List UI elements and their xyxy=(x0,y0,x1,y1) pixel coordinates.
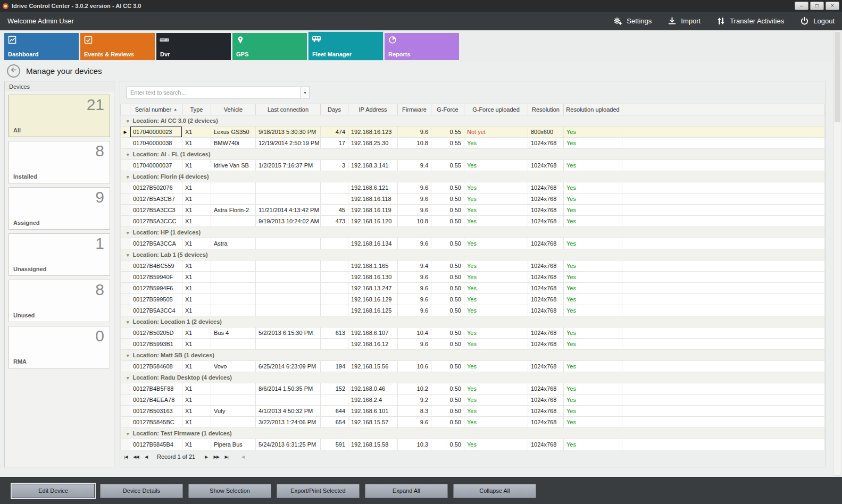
cell-last_connection xyxy=(256,272,321,283)
device-row[interactable]: 00127B5A3CCCX19/19/2013 10:24:02 AM47319… xyxy=(121,216,825,227)
device-row[interactable]: 00127B5993B1X1192.168.16.129.60.50Yes102… xyxy=(121,339,825,350)
cell-type: X1 xyxy=(182,327,211,339)
device-row[interactable]: 00127B503163X1Vufy4/1/2013 4:50:32 PM644… xyxy=(121,406,825,417)
tab-reports[interactable]: Reports xyxy=(385,33,459,60)
tab-dvr[interactable]: Dvr xyxy=(156,33,231,60)
device-row[interactable]: 00127B4BC559X1192.168.1.1659.40.50Yes102… xyxy=(121,261,825,272)
pager-next-page-button[interactable]: ▶▶ xyxy=(212,453,221,461)
device-row[interactable]: ▶017040000023X1Lexus GS3509/18/2013 5:30… xyxy=(121,127,825,138)
back-button[interactable] xyxy=(7,64,20,78)
export-print-selected-button[interactable]: Export/Print Selected xyxy=(277,484,360,498)
device-row[interactable]: 017040000038X1BMW740i12/19/2014 2:50:19 … xyxy=(121,138,825,149)
pager-first-button[interactable]: |◀ xyxy=(121,453,130,461)
cell-gforce_uploaded: Yes xyxy=(464,160,528,171)
device-row[interactable]: 00127B5A3CC4X1192.168.16.1259.60.50Yes10… xyxy=(121,305,825,316)
tab-gps[interactable]: GPS xyxy=(232,33,307,60)
device-row[interactable]: 00127B5845B4X1Pipera Bus5/24/2013 6:31:2… xyxy=(121,439,825,450)
device-row[interactable]: 00127B599505X1192.168.16.1299.60.50Yes10… xyxy=(121,294,825,305)
settings-button[interactable]: Settings xyxy=(613,16,652,26)
cell-gforce: 0.55 xyxy=(431,138,464,149)
filter-count: 8 xyxy=(95,142,104,160)
device-details-button[interactable]: Device Details xyxy=(100,484,183,498)
group-cell: ▾Location: Location 1 (2 devices) xyxy=(121,316,825,327)
cell-filler xyxy=(622,272,825,283)
device-filter-all[interactable]: 21All xyxy=(9,95,110,137)
column-header-firmware[interactable]: Firmware xyxy=(398,104,431,115)
maximize-button[interactable]: □ xyxy=(810,2,824,10)
column-header-type[interactable]: Type xyxy=(182,104,211,115)
cell-days xyxy=(321,339,348,350)
group-row[interactable]: ▾Location: Location 1 (2 devices) xyxy=(121,316,825,327)
pager-scroll-left-button[interactable]: ◀ xyxy=(238,453,247,461)
cell-filler xyxy=(622,261,825,272)
device-row[interactable]: 00127B5994F6X1192.168.13.2479.60.50Yes10… xyxy=(121,283,825,294)
scrollbar-thumb[interactable] xyxy=(835,32,840,122)
tab-events-reviews[interactable]: Events & Reviews xyxy=(80,33,155,60)
device-filter-assigned[interactable]: 9Assigned xyxy=(9,187,110,230)
device-row[interactable]: 00127B50205DX1Bus 45/2/2013 6:15:30 PM61… xyxy=(121,327,825,339)
pie-chart-icon xyxy=(388,36,398,45)
device-filter-rma[interactable]: 0RMA xyxy=(9,326,110,368)
device-row[interactable]: 00127B59940FX1192.168.16.1309.60.50Yes10… xyxy=(121,272,825,283)
group-label: Location: Test Firmware (1 devices) xyxy=(133,430,232,436)
cell-firmware: 9.6 xyxy=(398,272,431,283)
cell-type: X1 xyxy=(182,127,211,138)
transfer-activities-button[interactable]: Transfer Activities xyxy=(716,16,784,26)
search-input[interactable] xyxy=(127,87,300,98)
column-header-last_connection[interactable]: Last connection xyxy=(256,104,321,115)
pager-next-button[interactable]: ▶ xyxy=(202,453,211,461)
cell-gforce: 0.50 xyxy=(431,294,464,305)
group-row[interactable]: ▾Location: HP (1 devices) xyxy=(121,227,825,238)
column-header-resolution_uploaded[interactable]: Resolution uploaded xyxy=(564,104,622,115)
logout-button[interactable]: Logout xyxy=(800,16,835,26)
pager-prev-page-button[interactable]: ◀◀ xyxy=(131,453,140,461)
device-row[interactable]: 00127B4B5F88X18/6/2014 1:50:35 PM152192.… xyxy=(121,383,825,394)
device-row[interactable]: 00127B502076X1192.168.6.1219.60.50Yes102… xyxy=(121,182,825,194)
device-filter-unassigned[interactable]: 1Unassigned xyxy=(9,233,110,276)
import-button[interactable]: Import xyxy=(668,16,701,26)
group-row[interactable]: ▾Location: Florin (4 devices) xyxy=(121,171,825,182)
group-row[interactable]: ▾Location: Al - FL (1 devices) xyxy=(121,149,825,160)
row-indicator xyxy=(121,138,130,149)
cell-last_connection xyxy=(256,182,321,194)
device-row[interactable]: 00127B584608X1Vovo6/25/2014 6:23:09 PM19… xyxy=(121,361,825,372)
cell-firmware: 9.4 xyxy=(398,261,431,272)
cell-gforce_uploaded: Yes xyxy=(464,294,528,305)
device-row[interactable]: 00127B5A3CC3X1Astra Florin-211/21/2014 4… xyxy=(121,205,825,216)
cell-serial: 00127B5A3CCA xyxy=(130,238,182,249)
group-row[interactable]: ▾Location: Radu Desktop (4 devices) xyxy=(121,372,825,383)
column-header-resolution[interactable]: Resolution xyxy=(528,104,564,115)
tab-fleet-manager[interactable]: Fleet Manager xyxy=(309,32,383,60)
search-dropdown-button[interactable]: ▼ xyxy=(300,87,310,98)
column-header-gforce[interactable]: G-Force xyxy=(431,104,464,115)
show-selection-button[interactable]: Show Selection xyxy=(188,484,271,498)
device-filter-installed[interactable]: 8Installed xyxy=(9,141,110,183)
column-header-serial[interactable]: Serial number▲ xyxy=(130,104,182,115)
vertical-scrollbar[interactable] xyxy=(833,31,841,476)
device-row[interactable]: 017040000037X1idrive Van SB1/2/2015 7:16… xyxy=(121,160,825,171)
minimize-button[interactable]: – xyxy=(795,2,808,10)
column-header-vehicle[interactable]: Vehicle xyxy=(211,104,256,115)
column-header-gforce_uploaded[interactable]: G-Force uploaded xyxy=(464,104,528,115)
device-row[interactable]: 00127B5A3CCAX1Astra192.168.16.1349.60.50… xyxy=(121,238,825,249)
device-row[interactable]: 00127B5845BCX13/22/2013 1:24:06 PM654192… xyxy=(121,417,825,428)
column-header-ip[interactable]: IP Address xyxy=(348,104,398,115)
tab-dashboard[interactable]: Dashboard xyxy=(4,33,79,60)
column-header-days[interactable]: Days xyxy=(321,104,348,115)
cell-gforce: 0.50 xyxy=(431,216,464,227)
group-row[interactable]: ▾Location: Al CC 3.0 (2 devices) xyxy=(121,115,825,127)
pager-prev-button[interactable]: ◀ xyxy=(141,453,151,461)
pager-last-button[interactable]: ▶| xyxy=(222,453,231,461)
group-row[interactable]: ▾Location: Test Firmware (1 devices) xyxy=(121,428,825,439)
device-filter-unused[interactable]: 8Unused xyxy=(9,280,110,322)
group-row[interactable]: ▾Location: Lab 1 (5 devices) xyxy=(121,249,825,261)
collapse-all-button[interactable]: Collapse All xyxy=(453,484,536,498)
edit-device-button[interactable]: Edit Device xyxy=(12,484,95,498)
device-row[interactable]: 00127B4EEA78X1192.168.2.49.20.50Yes1024x… xyxy=(121,394,825,406)
cell-resolution: 1024x768 xyxy=(528,238,564,249)
sidebar-title: Devices xyxy=(5,81,114,91)
expand-all-button[interactable]: Expand All xyxy=(365,484,448,498)
group-row[interactable]: ▾Location: Matt SB (1 devices) xyxy=(121,350,825,361)
close-button[interactable]: × xyxy=(826,2,839,10)
device-row[interactable]: 00127B5A3CB7X1192.168.16.1189.60.50Yes10… xyxy=(121,194,825,205)
